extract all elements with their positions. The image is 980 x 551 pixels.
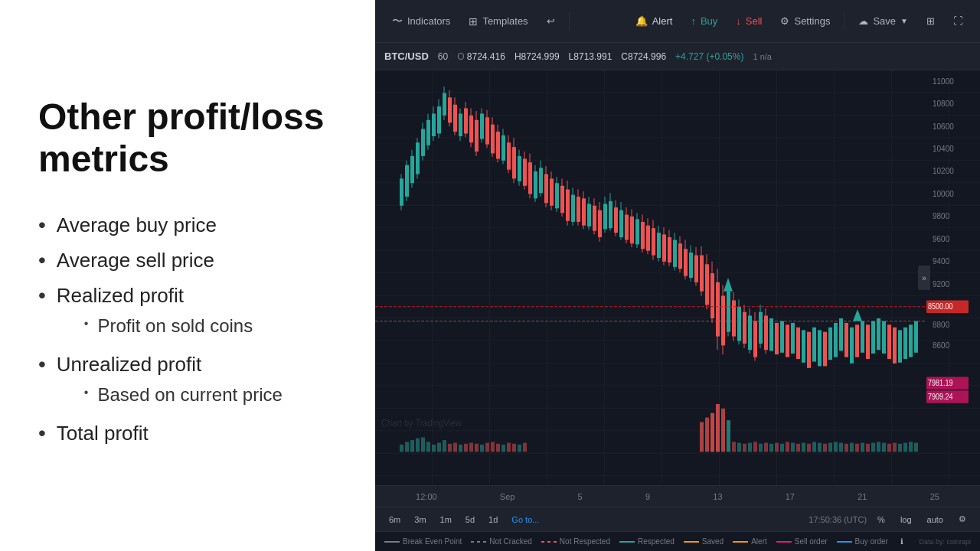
chart-area[interactable]: 11000 10800 10600 10400 10200 10000 9800… <box>375 70 980 485</box>
svg-rect-230 <box>866 444 870 452</box>
goto-button[interactable]: Go to... <box>507 514 544 526</box>
timeframe-6m[interactable]: 6m <box>384 514 405 526</box>
svg-rect-208 <box>748 443 752 452</box>
svg-rect-209 <box>753 442 757 452</box>
svg-rect-203 <box>721 409 725 452</box>
sell-icon: ↓ <box>736 15 741 27</box>
saved-line <box>684 541 699 543</box>
svg-rect-159 <box>855 324 859 357</box>
svg-rect-160 <box>861 321 864 353</box>
svg-rect-165 <box>887 324 891 359</box>
respected-line <box>619 541 635 543</box>
legend-info-icon[interactable]: ℹ <box>900 537 903 546</box>
chart-settings-button[interactable]: ⚙ <box>954 513 971 526</box>
symbol-timeframe[interactable]: 60 <box>438 51 448 62</box>
svg-rect-152 <box>818 330 822 366</box>
svg-rect-149 <box>802 330 805 362</box>
ohlc-high: H8724.999 <box>514 51 560 62</box>
timeframe-1d[interactable]: 1d <box>484 514 502 526</box>
svg-rect-212 <box>769 444 773 452</box>
layout-button[interactable]: ⊞ <box>919 11 942 31</box>
toolbar-separator-2 <box>844 12 844 31</box>
indicators-button[interactable]: 〜 Indicators <box>384 10 458 33</box>
list-item: • Average sell price <box>38 246 337 274</box>
svg-rect-146 <box>786 324 789 357</box>
save-button[interactable]: ☁ Save ▼ <box>851 11 916 31</box>
sub-bullet-text: Profit on sold coins <box>97 313 253 339</box>
save-icon: ☁ <box>858 15 868 27</box>
panel-collapse-button[interactable]: » <box>918 266 930 290</box>
svg-text:8800: 8800 <box>933 319 949 329</box>
toolbar-separator <box>569 12 570 31</box>
candle-count: 1 n/a <box>753 52 771 61</box>
timeframe-1m[interactable]: 1m <box>436 514 456 526</box>
svg-rect-193 <box>496 444 500 452</box>
bullet-text: Total profit <box>57 422 149 445</box>
legend-buy-order: Buy order <box>837 537 888 546</box>
svg-rect-183 <box>443 440 446 452</box>
svg-rect-181 <box>432 445 436 452</box>
list-item: • Realized profit • Profit on sold coins <box>38 282 337 343</box>
svg-rect-175 <box>400 445 403 452</box>
list-item: • Total profit <box>38 419 337 447</box>
svg-rect-169 <box>909 324 913 357</box>
symbol-bar: BTC/USD 60 O 8724.416 H8724.999 L8713.99… <box>375 43 980 70</box>
sub-bullet-list: • Based on current price <box>57 382 283 408</box>
templates-icon: ⊞ <box>469 15 478 28</box>
slide-panel: Other profit/loss metrics • Average buy … <box>0 0 375 551</box>
svg-rect-176 <box>405 442 409 452</box>
svg-rect-194 <box>501 445 505 452</box>
svg-text:7909.24: 7909.24 <box>928 392 953 401</box>
svg-rect-225 <box>839 443 843 452</box>
sub-bullet-text: Based on current price <box>97 382 282 408</box>
symbol-name[interactable]: BTC/USD <box>384 51 429 62</box>
svg-text:9800: 9800 <box>933 211 949 221</box>
auto-button[interactable]: auto <box>923 514 948 526</box>
svg-rect-205 <box>732 442 736 452</box>
svg-rect-227 <box>850 443 854 452</box>
percent-button[interactable]: % <box>873 514 890 526</box>
legend-not-cracked: Not Cracked <box>471 537 532 546</box>
legend-bar: Break Even Point Not Cracked Not Respect… <box>375 531 980 551</box>
not-cracked-line <box>471 541 486 543</box>
legend-respected: Respected <box>619 537 675 546</box>
not-respected-line <box>541 541 557 543</box>
ohlc-open: O 8724.416 <box>457 51 505 62</box>
svg-rect-224 <box>834 442 838 452</box>
alert-button[interactable]: 🔔 Alert <box>628 11 681 31</box>
log-button[interactable]: log <box>896 514 916 526</box>
svg-rect-191 <box>485 443 489 452</box>
timeframe-3m[interactable]: 3m <box>410 514 430 526</box>
legend-label: Buy order <box>855 537 888 546</box>
svg-rect-177 <box>410 440 414 452</box>
svg-rect-163 <box>877 318 880 350</box>
svg-rect-202 <box>716 404 720 452</box>
svg-rect-187 <box>464 444 468 452</box>
svg-rect-147 <box>791 323 795 354</box>
timeframe-5d[interactable]: 5d <box>461 514 479 526</box>
fullscreen-button[interactable]: ⛶ <box>946 11 971 31</box>
svg-rect-168 <box>903 328 907 359</box>
settings-icon: ⚙ <box>780 15 789 27</box>
sell-button[interactable]: ↓ Sell <box>728 11 769 31</box>
svg-rect-170 <box>914 321 918 353</box>
legend-not-respected: Not Respected <box>541 537 610 546</box>
svg-rect-153 <box>823 332 827 367</box>
svg-rect-218 <box>802 443 805 452</box>
svg-rect-219 <box>807 444 811 452</box>
svg-rect-189 <box>475 444 479 452</box>
svg-rect-211 <box>764 443 768 452</box>
undo-button[interactable]: ↩ <box>539 11 563 31</box>
settings-button[interactable]: ⚙ Settings <box>773 11 838 31</box>
svg-rect-207 <box>743 444 746 452</box>
svg-rect-238 <box>909 442 913 452</box>
svg-rect-151 <box>812 328 816 362</box>
ohlc-close: C8724.996 <box>621 51 666 62</box>
svg-rect-184 <box>448 444 452 452</box>
buy-order-line <box>837 541 852 543</box>
buy-button[interactable]: ↑ Buy <box>683 11 725 31</box>
templates-button[interactable]: ⊞ Templates <box>461 11 535 32</box>
svg-text:8500.00: 8500.00 <box>928 302 953 311</box>
undo-icon: ↩ <box>547 15 555 27</box>
svg-rect-150 <box>807 332 811 368</box>
